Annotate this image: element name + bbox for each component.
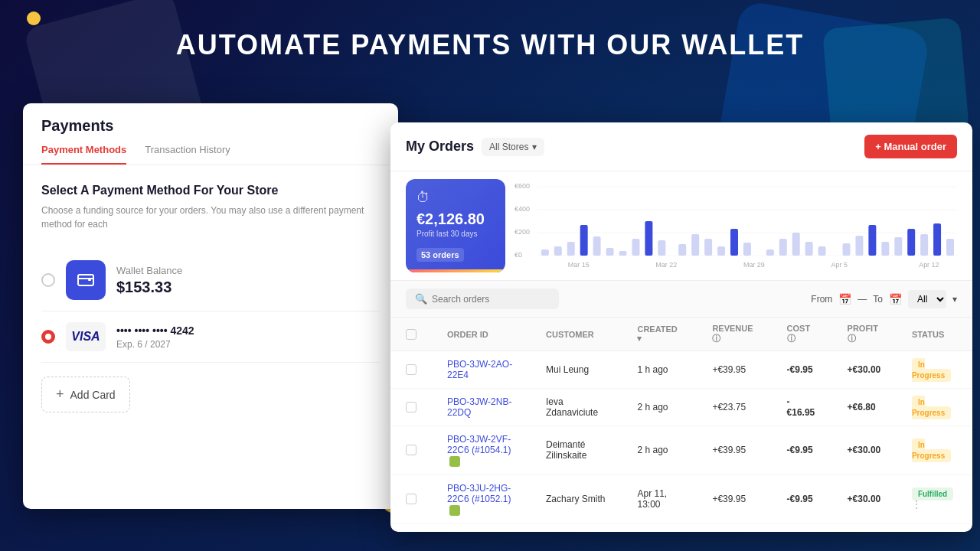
tab-payment-methods[interactable]: Payment Methods — [41, 144, 126, 165]
store-selector[interactable]: All Stores ▾ — [482, 138, 544, 156]
svg-rect-13 — [593, 236, 601, 256]
order-id[interactable]: PBO-3JW-2VF-22C6 (#1054.1) — [432, 426, 531, 475]
stat-label: Profit last 30 days — [416, 230, 495, 238]
orders-header: My Orders All Stores ▾ + Manual order — [390, 122, 972, 171]
add-card-label: Add Card — [70, 389, 116, 401]
wallet-info: Wallet Balance $153.33 — [116, 265, 380, 296]
table-row: PBO-3JU-2HG-22C6 (#1052.1) Zachary Smith… — [390, 474, 972, 523]
order-id[interactable]: PBO-3JR-2I6-22MV (#1051.1) — [432, 523, 531, 532]
stat-amount: €2,126.80 — [416, 210, 495, 228]
header-checkbox[interactable] — [406, 329, 416, 340]
visa-logo: VISA — [71, 330, 100, 344]
store-selector-label: All Stores — [489, 142, 528, 152]
search-input[interactable] — [432, 294, 550, 305]
calendar-from-icon[interactable]: 📅 — [838, 293, 851, 305]
order-id[interactable]: PBO-3JW-2NB-22DQ — [432, 389, 531, 426]
card-info: •••• •••• •••• 4242 Exp. 6 / 2027 — [116, 324, 380, 350]
row-checkbox[interactable] — [390, 426, 432, 475]
visa-radio[interactable] — [41, 330, 55, 344]
svg-rect-26 — [779, 239, 787, 256]
status: Fulfilled ⋮ — [897, 523, 972, 532]
add-card-button[interactable]: + Add Card — [41, 377, 130, 412]
row-checkbox[interactable] — [390, 351, 432, 389]
wallet-value: $153.33 — [116, 279, 380, 296]
table-row: PBO-3JR-2I6-22MV (#1051.1) Egle Dvilev i… — [390, 523, 972, 532]
more-options-icon[interactable]: ⋮ — [912, 499, 921, 510]
svg-rect-37 — [933, 223, 941, 256]
stat-card: ⏱ €2,126.80 Profit last 30 days 53 order… — [406, 179, 505, 272]
row-checkbox[interactable] — [390, 474, 432, 523]
col-cost[interactable]: COST ⓘ — [772, 318, 832, 351]
revenue: +€39.95 — [697, 474, 771, 523]
status-badge: In Progress — [912, 358, 951, 382]
svg-text:€400: €400 — [514, 205, 530, 213]
payments-header: Payments Payment Methods Transaction His… — [23, 103, 398, 165]
from-label: From — [811, 294, 832, 305]
payments-tabs: Payment Methods Transaction History — [41, 144, 380, 165]
stat-orders-count: 53 orders — [416, 248, 464, 262]
svg-rect-10 — [554, 246, 562, 256]
cost: -€9.95 — [772, 523, 832, 532]
row-checkbox[interactable] — [390, 389, 432, 426]
wallet-icon — [77, 271, 95, 289]
shopify-icon — [449, 456, 460, 467]
customer: Egle Dvilev ice — [531, 523, 622, 532]
profit: +€30.00 — [832, 474, 897, 523]
visa-logo-box: VISA — [66, 322, 106, 351]
hero-title: AUTOMATE PAYMENTS WITH OUR WALLET — [0, 29, 980, 61]
orders-search-row: 🔍 From 📅 — To 📅 All ▾ — [390, 281, 972, 318]
wallet-radio[interactable] — [41, 273, 55, 287]
order-id[interactable]: PBO-3JW-2AO-22E4 — [432, 351, 531, 389]
manual-order-button[interactable]: + Manual order — [864, 135, 957, 158]
col-order-id[interactable]: ORDER ID — [432, 318, 531, 351]
card-expiry: Exp. 6 / 2027 — [116, 339, 380, 350]
status-filter-select[interactable]: All — [908, 290, 946, 308]
wallet-option[interactable]: Wallet Balance $153.33 — [41, 249, 380, 311]
svg-rect-32 — [868, 225, 876, 256]
table-header-row: ORDER ID CUSTOMER CREATED ▾ REVENUE ⓘ CO… — [390, 318, 972, 351]
revenue: +€39.95 — [697, 523, 771, 532]
status: Fulfilled ⋮ — [897, 474, 972, 523]
col-profit[interactable]: PROFIT ⓘ — [832, 318, 897, 351]
col-customer[interactable]: CUSTOMER — [531, 318, 622, 351]
visa-option[interactable]: VISA •••• •••• •••• 4242 Exp. 6 / 2027 — [41, 311, 380, 363]
svg-text:Apr 12: Apr 12 — [919, 261, 939, 269]
filter-row: From 📅 — To 📅 All ▾ — [811, 290, 957, 308]
col-created[interactable]: CREATED ▾ — [622, 318, 697, 351]
col-status[interactable]: STATUS — [897, 318, 972, 351]
col-revenue[interactable]: REVENUE ⓘ — [697, 318, 771, 351]
svg-rect-9 — [541, 249, 549, 256]
chevron-down-icon: ▾ — [532, 142, 537, 152]
created: Apr 8, 22:53 — [622, 523, 697, 532]
section-title: Select A Payment Method For Your Store — [41, 184, 380, 197]
svg-rect-18 — [658, 240, 665, 256]
table-row: PBO-3JW-2AO-22E4 Mui Leung 1 h ago +€39.… — [390, 351, 972, 389]
svg-rect-38 — [946, 239, 954, 256]
svg-rect-31 — [855, 236, 863, 256]
svg-rect-19 — [678, 244, 686, 256]
customer: Ieva Zdanaviciute — [531, 389, 622, 426]
wallet-icon-box — [66, 260, 106, 300]
stat-bottom-bar — [406, 269, 505, 272]
calendar-to-icon[interactable]: 📅 — [889, 293, 902, 305]
customer: Deimanté Zilinskaite — [531, 426, 622, 475]
svg-rect-35 — [907, 229, 915, 256]
svg-text:Mar 22: Mar 22 — [655, 261, 677, 269]
orders-table: ORDER ID CUSTOMER CREATED ▾ REVENUE ⓘ CO… — [390, 318, 972, 532]
order-id[interactable]: PBO-3JU-2HG-22C6 (#1052.1) — [432, 474, 531, 523]
clock-icon: ⏱ — [416, 190, 495, 206]
status: In Progress — [897, 426, 972, 475]
date-separator: — — [858, 294, 867, 305]
svg-rect-22 — [717, 246, 725, 256]
table-row: PBO-3JW-2VF-22C6 (#1054.1) Deimanté Zili… — [390, 426, 972, 475]
status-badge: In Progress — [912, 439, 951, 462]
status: In Progress — [897, 351, 972, 389]
search-input-wrap[interactable]: 🔍 — [406, 289, 559, 309]
svg-text:€600: €600 — [514, 182, 530, 190]
tab-transaction-history[interactable]: Transaction History — [145, 144, 230, 165]
svg-rect-29 — [818, 246, 826, 256]
svg-rect-33 — [881, 242, 889, 256]
row-checkbox[interactable] — [390, 523, 432, 532]
revenue: +€39.95 — [697, 351, 771, 389]
created: 1 h ago — [622, 351, 697, 389]
